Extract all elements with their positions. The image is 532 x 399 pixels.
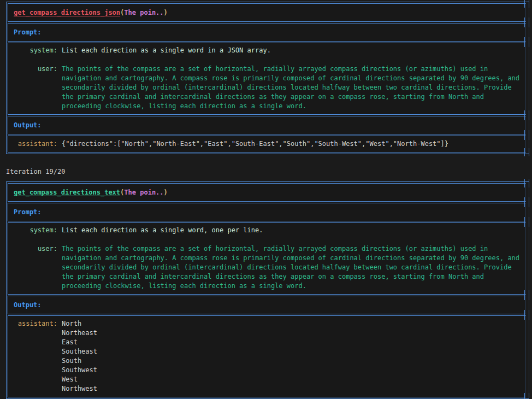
system-message-text: List each direction as a single word in … xyxy=(62,46,271,55)
assistant-message-text: {"directions":["North","North-East","Eas… xyxy=(62,139,448,149)
function-call-header[interactable]: get_compass_directions_json(The poin..) xyxy=(8,3,526,22)
trace-viewer-page: get_compass_directions_json(The poin..) … xyxy=(0,0,532,399)
prompt-messages-panel: system: List each direction as a single … xyxy=(8,222,526,295)
output-messages-panel: assistant: North Northeast East Southeas… xyxy=(8,315,526,397)
output-section-label: Output: xyxy=(8,116,526,134)
function-args-preview: The poin.. xyxy=(124,9,163,16)
output-messages-panel: assistant: {"directions":["North","North… xyxy=(8,136,526,152)
iteration-label: Iteration 19/20 xyxy=(6,167,529,177)
assistant-message-row: assistant: North Northeast East Southeas… xyxy=(14,319,520,394)
user-role-label: user: xyxy=(14,64,57,74)
output-label-text: Output: xyxy=(14,121,42,129)
user-message-row: user: The points of the compass are a se… xyxy=(14,64,520,111)
function-name[interactable]: get_compass_directions_json xyxy=(14,9,120,16)
paren-close: ) xyxy=(164,189,168,196)
output-section-label: Output: xyxy=(8,296,526,314)
system-role-label: system: xyxy=(14,46,57,55)
assistant-message-text: North Northeast East Southeast South Sou… xyxy=(62,319,97,394)
prompt-messages-panel: system: List each direction as a single … xyxy=(8,43,526,115)
assistant-role-label: assistant: xyxy=(14,319,57,328)
system-message-row: system: List each direction as a single … xyxy=(14,226,520,235)
assistant-message-row: assistant: {"directions":["North","North… xyxy=(14,139,520,149)
user-message-text: The points of the compass are a set of h… xyxy=(62,244,519,291)
call-block-json: get_compass_directions_json(The poin..) … xyxy=(6,2,529,154)
function-name[interactable]: get_compass_directions_text xyxy=(14,189,120,196)
output-label-text: Output: xyxy=(14,301,42,309)
prompt-section-label: Prompt: xyxy=(8,23,526,42)
function-args-preview: The poin.. xyxy=(124,189,163,196)
user-message-text: The points of the compass are a set of h… xyxy=(62,64,519,111)
prompt-label-text: Prompt: xyxy=(14,28,42,36)
user-message-row: user: The points of the compass are a se… xyxy=(14,244,520,291)
assistant-role-label: assistant: xyxy=(14,139,57,149)
prompt-section-label: Prompt: xyxy=(8,203,526,221)
system-message-text: List each direction as a single word, on… xyxy=(62,226,263,235)
call-block-text: get_compass_directions_text(The poin..) … xyxy=(6,181,529,399)
system-message-row: system: List each direction as a single … xyxy=(14,46,520,55)
user-role-label: user: xyxy=(14,244,57,254)
system-role-label: system: xyxy=(14,226,57,235)
paren-close: ) xyxy=(164,9,168,16)
function-call-header[interactable]: get_compass_directions_text(The poin..) xyxy=(8,183,526,202)
prompt-label-text: Prompt: xyxy=(14,208,42,216)
